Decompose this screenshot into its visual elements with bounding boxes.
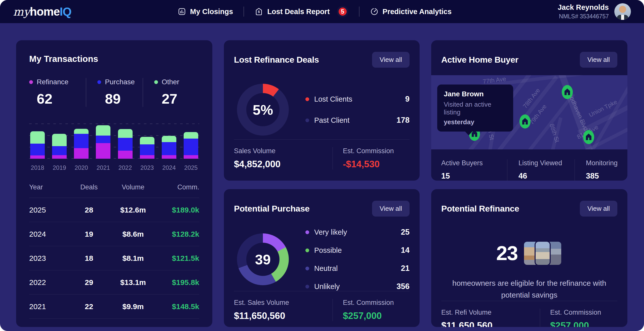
- stat-monitoring: Monitoring 385: [575, 159, 618, 181]
- gauge-icon: [370, 7, 379, 16]
- potential-purchase-donut-chart: 39: [237, 233, 289, 285]
- dashboard-grid: My Transactions Refinance 62 Purchase 89…: [0, 23, 644, 327]
- legend-very-likely: Very likely 25: [305, 228, 410, 237]
- x-tick: 2019: [52, 164, 67, 171]
- bar-2025: [184, 123, 198, 159]
- avatar-head: [619, 6, 626, 13]
- stat-est-commission: Est. Commission $257,000: [333, 299, 410, 321]
- bar-2018: [30, 123, 45, 159]
- svg-text:$: $: [258, 10, 260, 14]
- legend-label: Refinance: [37, 78, 68, 86]
- col-header-comm: Comm.: [155, 183, 199, 191]
- x-tick: 2023: [140, 164, 154, 171]
- transactions-table: Year Deals Volume Comm. 202528$12.6m$189…: [29, 183, 199, 327]
- transactions-bar-chart: 2018 2019 2020 2021 2022 2023 2024 2025: [29, 123, 199, 171]
- avatar[interactable]: [614, 3, 631, 20]
- user-name: Jack Reynolds: [558, 3, 609, 12]
- lost-clients-dot-icon: [305, 97, 309, 101]
- purchase-dot-icon: [97, 80, 101, 84]
- stat-est-commission: Est. Commission $257,000: [540, 309, 617, 327]
- table-row: 202528$12.6m$189.0k: [29, 198, 199, 222]
- stat-sales-volume: Sales Volume $4,852,000: [234, 147, 333, 170]
- bar-2023: [140, 123, 154, 159]
- legend-other: Other 27: [143, 78, 199, 107]
- refinance-dot-icon: [29, 80, 33, 84]
- lost-deals-badge: 5: [337, 6, 348, 17]
- potential-purchase-card: Potential Purchase View all 39 Very like…: [224, 189, 420, 327]
- buyer-name: Jane Brown: [444, 90, 507, 98]
- donut-center-value: 39: [237, 233, 289, 285]
- potential-refinance-card: Potential Refinance View all 23 homeowne…: [431, 189, 627, 327]
- logo-my: my: [13, 5, 30, 18]
- col-header-volume: Volume: [111, 183, 155, 191]
- stat-est-sales-volume: Est. Sales Volume $11,650,560: [234, 299, 333, 321]
- x-tick: 2020: [74, 164, 89, 171]
- table-row: 202122$9.9m$148.5k: [29, 295, 199, 319]
- x-tick: 2022: [118, 164, 133, 171]
- lost-refinance-donut-chart: 5%: [237, 84, 289, 136]
- nav-item-predictive-analytics[interactable]: Predictive Analytics: [359, 7, 462, 16]
- card-title-lost-refinance: Lost Refinance Deals: [234, 55, 319, 65]
- bar-chart-x-axis: 2018 2019 2020 2021 2022 2023 2024 2025: [29, 164, 199, 171]
- table-header: Year Deals Volume Comm.: [29, 183, 199, 198]
- legend-neutral: Neutral 21: [305, 264, 410, 273]
- refinance-description: homeowners are eligible for the refinanc…: [446, 277, 612, 301]
- bar-2019: [52, 123, 67, 159]
- col-header-deals: Deals: [67, 183, 111, 191]
- x-tick: 2018: [30, 164, 45, 171]
- logo-home: home: [30, 5, 60, 18]
- table-row: 202021$9.4m$141.8k: [29, 319, 199, 327]
- home-pin-icon[interactable]: [583, 130, 594, 144]
- legend-value: 27: [162, 91, 199, 107]
- home-pin-icon[interactable]: [561, 85, 573, 99]
- nav-item-label: Lost Deals Report: [267, 8, 330, 16]
- buyers-map[interactable]: 77th Ave 78th Ave 79th Ave Woodhaven Blv…: [431, 75, 627, 149]
- past-client-dot-icon: [305, 118, 309, 122]
- stat-est-refi-volume: Est. Refi Volume $11,650,560: [441, 309, 540, 327]
- eligible-homeowners-count: 23: [496, 242, 518, 265]
- house-photo-thumbnail: [535, 241, 551, 266]
- possible-dot-icon: [305, 249, 309, 252]
- buyer-activity: Visited an active listing: [444, 101, 507, 116]
- x-tick: 2025: [184, 164, 198, 171]
- legend-refinance: Refinance 62: [29, 78, 86, 107]
- buyer-activity-time: yesterday: [444, 118, 507, 126]
- legend-label: Other: [162, 78, 179, 86]
- bar-2022: [118, 123, 133, 159]
- neutral-dot-icon: [305, 267, 309, 270]
- table-row: 202318$8.1m$121.5k: [29, 246, 199, 270]
- x-tick: 2021: [96, 164, 110, 171]
- legend-lost-clients: Lost Clients 9: [305, 95, 410, 104]
- nav-item-label: My Closings: [190, 8, 233, 16]
- home-pin-icon[interactable]: [519, 114, 531, 129]
- stat-active-buyers: Active Buyers 15: [441, 159, 507, 181]
- user-menu[interactable]: Jack Reynolds NMLS# 353446757: [558, 3, 631, 20]
- dashboard-app: myhomeIQ My Closings $: [0, 0, 644, 331]
- myhomeiq-logo[interactable]: myhomeIQ: [13, 5, 71, 18]
- view-all-button[interactable]: View all: [580, 201, 617, 217]
- very-likely-dot-icon: [305, 230, 309, 234]
- legend-value: 62: [37, 91, 86, 107]
- nav-item-label: Predictive Analytics: [383, 8, 452, 16]
- house-thumbnails: [523, 241, 562, 266]
- user-nmls: NMLS# 353446757: [558, 13, 609, 20]
- lost-refinance-deals-card: Lost Refinance Deals View all 5% Lost Cl…: [224, 40, 420, 181]
- view-all-button[interactable]: View all: [580, 52, 617, 68]
- stat-est-commission: Est. Commission -$14,530: [333, 147, 410, 170]
- table-row: 202229$13.1m$195.8k: [29, 270, 199, 295]
- bar-2020: [74, 123, 89, 159]
- legend-label: Purchase: [105, 78, 135, 86]
- nav-item-my-closings[interactable]: My Closings: [167, 7, 244, 16]
- other-dot-icon: [154, 80, 158, 84]
- buyer-activity-tooltip: Jane Brown Visited an active listing yes…: [437, 85, 513, 132]
- col-header-year: Year: [29, 183, 67, 191]
- my-transactions-card: My Transactions Refinance 62 Purchase 89…: [16, 40, 212, 327]
- view-all-button[interactable]: View all: [372, 52, 410, 68]
- view-all-button[interactable]: View all: [372, 201, 410, 217]
- transactions-legend: Refinance 62 Purchase 89 Other 27: [29, 78, 199, 107]
- bar-2024: [162, 123, 176, 159]
- active-home-buyer-card: Active Home Buyer View all 77th Ave 78th…: [431, 40, 627, 181]
- unlikely-dot-icon: [305, 285, 309, 288]
- nav-item-lost-deals-report[interactable]: $ Lost Deals Report 5: [244, 6, 359, 17]
- donut-center-value: 5%: [237, 84, 289, 136]
